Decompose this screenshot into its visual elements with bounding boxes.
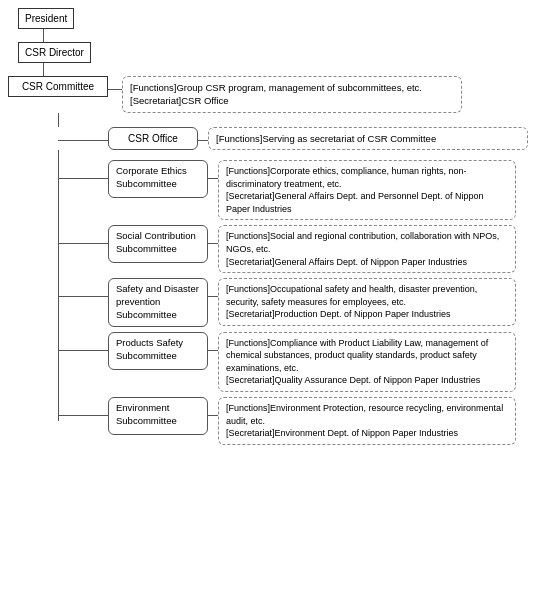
csr-committee-box: CSR Committee xyxy=(8,76,108,97)
subcommittee-hline xyxy=(58,243,108,244)
csr-office-desc: [Functions]Serving as secretariat of CSR… xyxy=(208,127,528,150)
subcommittee-row: Social Contribution Subcommittee[Functio… xyxy=(58,225,547,273)
subcommittee-hline2 xyxy=(208,178,218,179)
subcommittee-desc: [Functions]Social and regional contribut… xyxy=(218,225,516,273)
csr-office-box: CSR Office xyxy=(108,127,198,151)
subcommittee-desc: [Functions]Environment Protection, resou… xyxy=(218,397,516,445)
subcommittee-hline xyxy=(58,350,108,351)
subcommittee-desc: [Functions]Corporate ethics, compliance,… xyxy=(218,160,516,220)
subcommittee-hline2 xyxy=(208,243,218,244)
subcommittee-hline xyxy=(58,296,108,297)
subcommittee-label: Environment Subcommittee xyxy=(108,397,208,435)
subcommittees-section: Corporate Ethics Subcommittee[Functions]… xyxy=(58,160,547,445)
subcommittee-hline xyxy=(58,415,108,416)
csr-director-box: CSR Director xyxy=(18,42,91,63)
subcommittee-row: Environment Subcommittee[Functions]Envir… xyxy=(58,397,547,445)
subcommittee-hline2 xyxy=(208,296,218,297)
subcommittee-desc: [Functions]Compliance with Product Liabi… xyxy=(218,332,516,392)
subcommittees-vert-line xyxy=(58,160,59,421)
subcommittees-list: Corporate Ethics Subcommittee[Functions]… xyxy=(58,160,547,445)
subcommittee-hline xyxy=(58,178,108,179)
subcommittee-row: Safety and Disaster prevention Subcommit… xyxy=(58,278,547,326)
subcommittee-row: Products Safety Subcommittee[Functions]C… xyxy=(58,332,547,392)
csr-committee-desc: [Functions]Group CSR program, management… xyxy=(122,76,462,113)
subcommittee-label: Products Safety Subcommittee xyxy=(108,332,208,370)
subcommittee-label: Social Contribution Subcommittee xyxy=(108,225,208,263)
subcommittee-desc: [Functions]Occupational safety and healt… xyxy=(218,278,516,326)
subcommittee-label: Safety and Disaster prevention Subcommit… xyxy=(108,278,208,326)
subcommittee-label: Corporate Ethics Subcommittee xyxy=(108,160,208,198)
subcommittee-row: Corporate Ethics Subcommittee[Functions]… xyxy=(58,160,547,220)
president-box: President xyxy=(18,8,74,29)
subcommittee-hline2 xyxy=(208,415,218,416)
org-chart: President CSR Director CSR Committee [Fu… xyxy=(8,8,547,445)
subcommittee-hline2 xyxy=(208,350,218,351)
